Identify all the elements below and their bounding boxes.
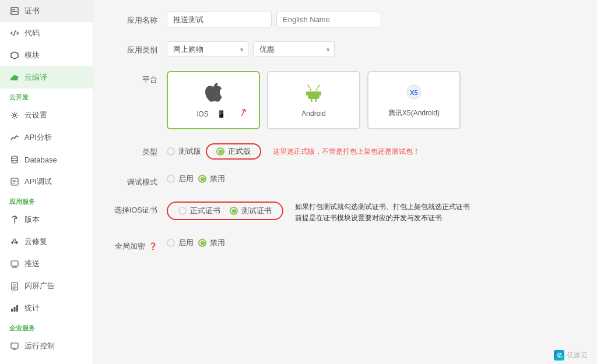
form-row-type: 类型 测试版 正式版 这里选正式版，不管是打包上架包还是测试包！ [111, 143, 580, 160]
english-name-input[interactable] [276, 12, 381, 27]
debug-disable-circle [198, 175, 206, 183]
form-row-debug: 调试模式 启用 禁用 [111, 174, 580, 188]
svg-rect-8 [11, 261, 18, 266]
sidebar-label-cloud-repair: 云修复 [24, 236, 47, 247]
sidebar-item-api-test[interactable]: API调试 [0, 171, 93, 193]
type-radio-release-label: 正式版 [228, 146, 251, 157]
form-row-category: 应用类别 网上购物 优惠 [111, 41, 580, 57]
form-row-platform: 平台 iOS 📱 - ↗ [111, 71, 580, 129]
sidebar-item-splash-ad[interactable]: 闪屏广告 [0, 275, 93, 297]
sidebar-label-cloud-config: 云设置 [24, 110, 47, 121]
splash-ad-icon [9, 281, 20, 291]
sidebar-label-cloud-compile: 云编译 [24, 72, 47, 83]
svg-rect-21 [311, 99, 312, 102]
type-radio-release-circle [216, 147, 224, 156]
certificate-icon [9, 6, 20, 16]
svg-rect-22 [315, 99, 317, 102]
sidebar-item-stats[interactable]: 统计 [0, 297, 93, 319]
android-icon [305, 83, 322, 107]
category2-select[interactable]: 优惠 [253, 41, 335, 57]
debug-label: 调试模式 [111, 174, 157, 188]
android-label: Android [301, 109, 325, 118]
debug-radio-enable[interactable]: 启用 [167, 174, 194, 184]
app-name-input[interactable] [167, 12, 272, 27]
sidebar-item-run-control[interactable]: 运行控制 [0, 335, 93, 357]
run-control-icon [9, 341, 20, 351]
sidebar-label-api-analysis: API分析 [24, 132, 52, 143]
type-content: 测试版 正式版 这里选正式版，不管是打包上架包还是测试包！ [167, 143, 580, 160]
main-content: 应用名称 应用类别 网上购物 优惠 平台 [93, 0, 597, 364]
push-icon [9, 259, 20, 269]
debug-content: 启用 禁用 [167, 174, 580, 184]
sidebar-item-database[interactable]: Database [0, 149, 93, 171]
sidebar-item-app-store[interactable]: A App Store [0, 357, 93, 364]
sidebar-label-version: 版本 [24, 214, 40, 225]
stats-icon [9, 303, 20, 313]
x5-label: 腾讯X5(Android) [388, 108, 440, 118]
svg-rect-13 [16, 305, 18, 312]
sidebar-item-cloud-compile[interactable]: 云编译 [0, 66, 93, 89]
type-radio-test-label: 测试版 [178, 146, 201, 157]
svg-point-7 [13, 239, 16, 241]
platform-label: 平台 [111, 71, 157, 85]
encrypt-radio-disable[interactable]: 禁用 [198, 238, 225, 248]
arrow-indicator: ↗ [237, 105, 250, 120]
category2-select-wrapper[interactable]: 优惠 [253, 41, 335, 57]
module-icon [9, 50, 20, 61]
platform-cards: iOS 📱 - ↗ [167, 71, 461, 129]
sidebar-item-certificate[interactable]: 证书 [0, 0, 93, 22]
encrypt-enable-label: 启用 [178, 238, 194, 248]
footer-brand: 亿速云 [567, 351, 588, 361]
type-radio-test-circle [167, 147, 175, 156]
debug-enable-circle [167, 175, 175, 183]
sidebar-item-version[interactable]: 版本 [0, 208, 93, 231]
platform-card-x5[interactable]: X5 腾讯X5(Android) [367, 71, 461, 129]
svg-rect-20 [319, 91, 321, 96]
svg-rect-9 [12, 282, 17, 290]
category1-select-wrapper[interactable]: 网上购物 [167, 41, 248, 57]
category1-select[interactable]: 网上购物 [167, 41, 248, 57]
cert-test-radio[interactable]: 测试证书 [230, 206, 272, 216]
platform-card-ios[interactable]: iOS 📱 - ↗ [167, 71, 260, 129]
svg-rect-2 [12, 11, 17, 12]
debug-disable-label: 禁用 [210, 174, 225, 184]
svg-point-4 [13, 114, 16, 116]
svg-rect-1 [12, 9, 15, 10]
debug-enable-label: 启用 [178, 174, 194, 184]
svg-point-17 [310, 89, 312, 90]
api-analysis-icon [9, 132, 20, 143]
form-row-app-name: 应用名称 [111, 12, 580, 27]
encrypt-help-icon[interactable]: ❓ [149, 242, 157, 250]
platform-card-android[interactable]: Android [267, 71, 360, 129]
svg-point-18 [316, 89, 318, 90]
sidebar-item-api-analysis[interactable]: API分析 [0, 126, 93, 149]
sidebar-label-code: 代码 [24, 28, 40, 38]
version-icon [9, 214, 20, 225]
type-radio-test[interactable]: 测试版 [167, 146, 201, 157]
section-title-cloud-dev: 云开发 [0, 89, 93, 104]
type-selected-box: 正式版 [206, 143, 261, 160]
platform-content: iOS 📱 - ↗ [167, 71, 580, 129]
sidebar-item-cloud-config[interactable]: 云设置 [0, 104, 93, 126]
database-icon [9, 154, 20, 165]
ios-card-sub: iOS 📱 - [197, 110, 230, 118]
ios-label: iOS [197, 110, 209, 118]
category-content: 网上购物 优惠 [167, 41, 580, 57]
app-name-label: 应用名称 [111, 12, 157, 26]
cert-official-label: 正式证书 [190, 206, 220, 216]
encrypt-enable-circle [167, 239, 175, 247]
cloud-config-icon [9, 110, 20, 121]
debug-radio-disable[interactable]: 禁用 [198, 174, 225, 184]
sidebar-item-push[interactable]: 推送 [0, 253, 93, 275]
cert-official-radio[interactable]: 正式证书 [178, 206, 220, 216]
ios-dash: - [228, 111, 230, 118]
sidebar-item-code[interactable]: 代码 [0, 22, 93, 44]
code-icon [9, 28, 20, 38]
sidebar-item-module[interactable]: 模块 [0, 44, 93, 66]
type-hint-text: 这里选正式版，不管是打包上架包还是测试包！ [273, 147, 420, 157]
sidebar-label-database: Database [24, 156, 57, 164]
cert-hint-line1: 如果打包测试就勾选测试证书、打包上架包就选正式证书 [295, 202, 470, 213]
sidebar-label-splash-ad: 闪屏广告 [24, 281, 55, 291]
sidebar-item-cloud-repair[interactable]: 云修复 [0, 231, 93, 253]
encrypt-radio-enable[interactable]: 启用 [167, 238, 194, 248]
